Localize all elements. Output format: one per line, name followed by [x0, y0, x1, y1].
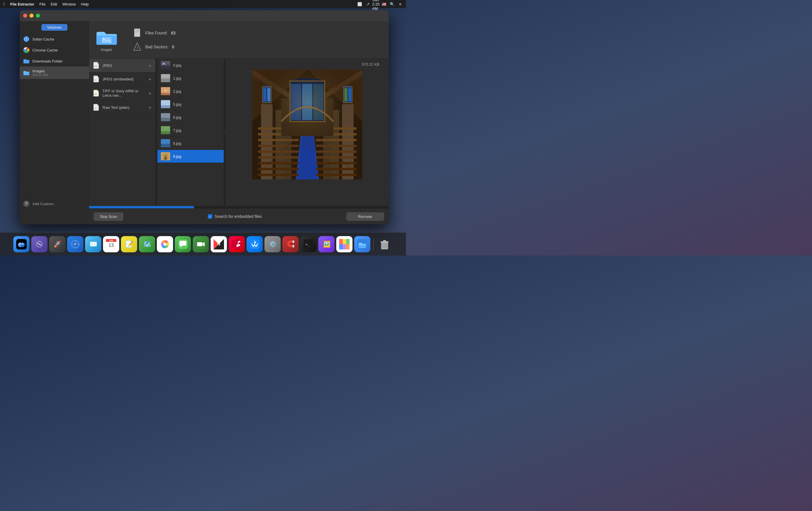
files-found-value: 83 — [171, 31, 176, 35]
file-item-9[interactable]: 9.jpg — [157, 150, 224, 163]
pane-preview: 570.22 KB — [226, 59, 389, 206]
dock-item-maps[interactable]: 🗺️ — [139, 236, 155, 252]
svg-text:>_: >_ — [306, 242, 310, 246]
svg-text:RAW: RAW — [94, 93, 97, 95]
share-icon[interactable]: ↗ — [366, 2, 370, 6]
images-folder-icon — [23, 70, 30, 76]
svg-text:N: N — [217, 242, 220, 246]
svg-text:13: 13 — [109, 243, 114, 248]
recover-button[interactable]: Recover — [346, 212, 384, 221]
file-item-7[interactable]: 7.jpg — [157, 124, 224, 137]
sidebar: Volumes Safari Cache — [20, 21, 89, 224]
type-item-jpeg[interactable]: JPG JPEG ▶ — [89, 59, 155, 72]
folder-label: Images — [95, 48, 118, 52]
file-name-8: 8.jpg — [173, 141, 181, 146]
tiff-chevron-icon: ▶ — [149, 91, 151, 95]
menu-edit[interactable]: Edit — [51, 2, 57, 6]
volumes-button[interactable]: Volumes — [41, 24, 67, 31]
file-item-1[interactable]: 1.jpg — [157, 72, 224, 85]
file-name-5: 5.jpg — [173, 102, 181, 107]
dock-item-preview[interactable]: 🖼️ — [318, 236, 335, 252]
dock-item-appstore[interactable] — [246, 236, 263, 252]
jpeg-chevron-icon: ▶ — [149, 64, 151, 67]
stop-scan-button[interactable]: Stop Scan — [94, 212, 123, 221]
sidebar-item-chrome-cache[interactable]: Chrome Cache — [20, 44, 89, 56]
content-header: Images Files Found: 83 — [89, 21, 389, 59]
type-raw-text-label: Raw Text (plain) — [103, 105, 129, 110]
dock-item-terminal[interactable]: >_ — [300, 236, 317, 252]
search-embedded-checkbox[interactable]: ✓ — [208, 214, 212, 219]
menu-window[interactable]: Window — [62, 2, 76, 6]
dock-item-news[interactable]: N — [211, 236, 227, 252]
folder-icon-container: Images — [95, 28, 118, 52]
svg-rect-109 — [197, 242, 202, 246]
minimize-button[interactable] — [30, 13, 34, 18]
dock: 🚀 ✉️ JAN 13 📝 🗺️ — [0, 232, 406, 256]
menu-file-extractor[interactable]: File Extractor — [10, 2, 34, 6]
menubar-right: ⬜ ↗ Sun 2:25 AM 🇺🇸 🔍 ≡ — [357, 2, 403, 6]
jpeg-embedded-file-icon: JPG — [93, 75, 99, 83]
jpeg-file-icon: JPG — [93, 62, 99, 69]
menubar-left:  File Extractor File Edit Window Help — [3, 2, 89, 6]
svg-rect-131 — [383, 240, 386, 242]
type-item-tiff[interactable]: RAW TIFF or Sony ARW or Leica raw... ▶ — [89, 86, 155, 101]
content-area: Images Files Found: 83 — [89, 21, 389, 224]
add-custom-icon: ? — [23, 201, 30, 207]
file-item-2[interactable]: 2.jpg — [157, 85, 224, 98]
file-item-5[interactable]: 5.jpg — [157, 98, 224, 111]
sidebar-item-safari-cache[interactable]: Safari Cache — [20, 34, 89, 44]
maximize-button[interactable] — [36, 13, 40, 18]
dock-item-colorpicker[interactable] — [336, 236, 352, 252]
dock-item-preferences[interactable]: ⚙️ — [264, 236, 281, 252]
dock-item-launchpad[interactable]: 🚀 — [49, 236, 65, 252]
dock-item-magnet[interactable]: 🧲 — [283, 236, 299, 252]
list-icon[interactable]: ≡ — [398, 2, 403, 6]
dock-item-file-extractor[interactable] — [354, 236, 370, 252]
file-thumb-6 — [161, 113, 170, 121]
dock-item-trash[interactable] — [376, 236, 393, 252]
file-item-8[interactable]: 8.jpg — [157, 137, 224, 150]
svg-text:JAN: JAN — [109, 240, 113, 242]
svg-rect-127 — [346, 244, 350, 249]
close-button[interactable] — [23, 13, 27, 18]
dock-item-calendar[interactable]: JAN 13 — [103, 236, 119, 252]
sidebar-item-images[interactable]: Images 258.21 MB — [20, 66, 89, 79]
raw-text-file-icon: TXT — [93, 103, 99, 111]
svg-point-91 — [20, 244, 21, 245]
dock-item-facetime[interactable] — [193, 236, 209, 252]
file-thumb-2 — [161, 87, 170, 95]
svg-rect-113 — [232, 239, 242, 249]
menu-help[interactable]: Help — [81, 2, 89, 6]
dock-item-safari[interactable] — [67, 236, 83, 252]
dock-item-photos[interactable] — [157, 236, 173, 252]
flag-icon: 🇺🇸 — [382, 2, 386, 6]
dock-item-messages[interactable] — [175, 236, 191, 252]
sidebar-item-downloads[interactable]: Downloads Folder — [20, 56, 89, 66]
app-window: Volumes Safari Cache — [20, 10, 389, 224]
svg-point-117 — [238, 244, 240, 246]
apple-menu[interactable]:  — [3, 2, 5, 6]
menu-file[interactable]: File — [39, 2, 46, 6]
dock-item-notes[interactable]: 📝 — [121, 236, 137, 252]
images-item-size: 258.21 MB — [32, 73, 48, 77]
dock-item-finder[interactable] — [13, 236, 30, 252]
svg-rect-125 — [339, 244, 343, 249]
files-found-row: Files Found: 83 — [133, 28, 176, 38]
file-item-0[interactable]: 0.jpg — [157, 59, 224, 72]
svg-rect-37 — [161, 144, 170, 147]
file-item-6[interactable]: 6.jpg — [157, 111, 224, 124]
main-layout: Volumes Safari Cache — [20, 21, 389, 224]
sidebar-add-custom[interactable]: ? Add Custom... — [20, 198, 89, 224]
search-embedded-label: Search for embedded files — [215, 214, 262, 219]
svg-rect-29 — [161, 93, 170, 95]
type-item-jpeg-embedded[interactable]: JPG JPEG (embedded) ▶ — [89, 72, 155, 86]
svg-text:?: ? — [25, 201, 28, 206]
file-thumb-9 — [161, 152, 170, 160]
search-icon[interactable]: 🔍 — [390, 2, 395, 6]
dock-item-music[interactable] — [229, 236, 245, 252]
display-icon[interactable]: ⬜ — [357, 2, 362, 6]
svg-rect-11 — [135, 30, 140, 30]
dock-item-mail[interactable]: ✉️ — [85, 236, 101, 252]
dock-item-siri[interactable] — [31, 236, 48, 252]
type-item-raw-text[interactable]: TXT Raw Text (plain) ▶ — [89, 101, 155, 114]
